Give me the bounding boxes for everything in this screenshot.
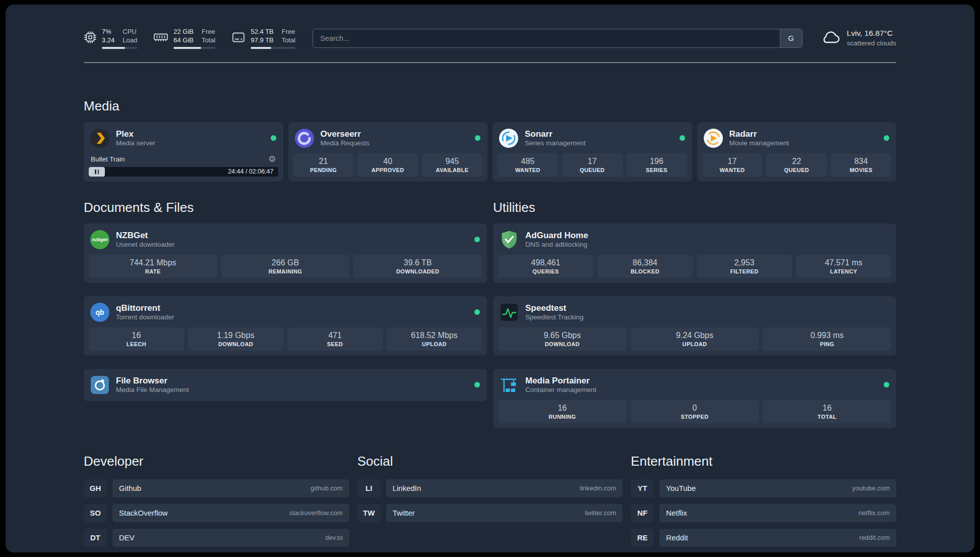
stat-box: 47.571 ms LATENCY	[796, 255, 891, 278]
service-card-filebrowser[interactable]: File Browser Media File Management	[84, 369, 487, 401]
bookmark-abbr: YT	[631, 479, 654, 497]
disk-total-label: Total	[282, 36, 295, 45]
bookmark-reddit[interactable]: RE Reddit reddit.com	[631, 529, 896, 547]
service-name: Plex	[116, 129, 155, 139]
cpu-label: CPU	[122, 28, 137, 36]
status-dot	[474, 382, 480, 387]
bookmark-name: Twitter	[393, 509, 415, 517]
service-card-nzbget[interactable]: nzbget NZBGet Usenet downloader 74	[84, 224, 487, 283]
stat-box: 17 QUEUED	[562, 153, 623, 177]
bookmark-youtube[interactable]: YT YouTube youtube.com	[631, 479, 896, 497]
svg-text:qb: qb	[95, 308, 104, 316]
cpu-progress-bar	[102, 47, 137, 49]
bookmark-name: LinkedIn	[393, 484, 421, 492]
now-playing-widget: Bullet Train ⚙ 24:44 / 02:06:47	[89, 155, 278, 177]
bookmark-name: Reddit	[666, 533, 688, 542]
search-provider-button[interactable]: G	[780, 29, 802, 47]
service-card-speedtest[interactable]: Speedtest Speedtest Tracking 9.65 Gbps D…	[493, 296, 896, 356]
weather-location: Lviv, 16.87°C	[847, 28, 896, 39]
gear-icon[interactable]: ⚙	[268, 155, 276, 163]
bookmark-abbr: LI	[357, 479, 381, 497]
stat-box: 744.21 Mbps RATE	[89, 255, 217, 278]
cloud-icon	[820, 29, 841, 47]
nzbget-icon: nzbget	[90, 230, 110, 250]
stat-box: 39.6 TB DOWNLOADED	[353, 255, 482, 278]
memory-free-label: Free	[202, 28, 215, 36]
adguard-icon	[499, 230, 519, 250]
disk-total-value: 97.9 TB	[251, 36, 273, 45]
bookmark-group-developer: Developer GH Github github.com SO StackO…	[84, 454, 349, 552]
search-input[interactable]	[313, 29, 779, 47]
overseerr-icon	[294, 128, 315, 148]
stat-box: 0 STOPPED	[631, 400, 759, 423]
memory-progress-bar	[173, 47, 215, 49]
service-card-adguard[interactable]: AdGuard Home DNS and adblocking 498,461 …	[493, 224, 896, 283]
section-title-utilities: Utilities	[493, 200, 896, 215]
service-card-overseerr[interactable]: Overseerr Media Requests 21 PENDING 40 A…	[288, 122, 488, 182]
stat-box: 945 AVAILABLE	[422, 153, 482, 177]
pause-button[interactable]	[89, 167, 105, 177]
bookmark-linkedin[interactable]: LI LinkedIn linkedin.com	[357, 479, 623, 497]
stat-box: 40 APPROVED	[357, 153, 418, 177]
bookmark-twitter[interactable]: TW Twitter twitter.com	[357, 504, 623, 522]
bookmark-domain: twitter.com	[585, 509, 616, 517]
stat-box: 834 MOVIES	[831, 153, 891, 177]
dashboard-window: 7% 3.24 CPU Load	[6, 5, 974, 552]
bookmark-stackoverflow[interactable]: SO StackOverflow stackoverflow.com	[84, 504, 349, 522]
bookmark-domain: github.com	[311, 484, 343, 492]
utilities-column: Utilities	[493, 182, 896, 428]
stat-box: 9.24 Gbps UPLOAD	[631, 327, 759, 351]
cpu-chip-icon	[84, 31, 97, 46]
service-subtitle: Movie management	[729, 139, 789, 148]
documents-column: Documents & Files nzbget	[84, 182, 487, 401]
memory-free-value: 22 GiB	[173, 28, 194, 36]
bookmark-domain: dev.to	[325, 534, 342, 541]
top-bar: 7% 3.24 CPU Load	[84, 28, 896, 49]
bookmark-group-title: Entertainment	[631, 454, 896, 469]
memory-ram-icon	[153, 31, 168, 46]
bookmark-dev[interactable]: DT DEV dev.to	[84, 529, 349, 547]
service-card-plex[interactable]: Plex Media server Bullet Train ⚙ 24:44 /…	[84, 122, 283, 182]
bookmark-abbr: DT	[84, 529, 107, 547]
service-card-sonarr[interactable]: Sonarr Series management 485 WANTED 17 Q…	[493, 122, 692, 182]
service-subtitle: Series management	[525, 139, 586, 148]
cpu-load-label: Load	[122, 36, 137, 45]
status-dot	[474, 309, 480, 315]
service-name: Sonarr	[525, 129, 586, 139]
stat-box: 485 WANTED	[498, 153, 558, 177]
memory-widget: 22 GiB 64 GiB Free Total	[153, 28, 215, 49]
stat-box: 266 GB REMAINING	[221, 255, 350, 278]
bookmark-netflix[interactable]: NF Netflix netflix.com	[631, 504, 896, 522]
stat-box: 2,953 FILTERED	[697, 255, 792, 278]
playback-time: 24:44 / 02:06:47	[228, 168, 278, 175]
memory-total-label: Total	[202, 36, 215, 45]
stat-box: 16 RUNNING	[498, 400, 627, 423]
service-subtitle: DNS and adblocking	[525, 241, 588, 249]
service-subtitle: Torrent downloader	[116, 313, 174, 322]
service-name: Overseerr	[321, 129, 370, 139]
service-name: AdGuard Home	[525, 230, 588, 241]
stat-box: 471 SEED	[287, 327, 383, 351]
bookmark-name: YouTube	[666, 484, 696, 492]
bookmark-domain: youtube.com	[852, 484, 890, 492]
filebrowser-icon	[90, 375, 110, 395]
service-card-portainer[interactable]: Media Portainer Container management 16 …	[493, 369, 896, 428]
bookmark-abbr: NF	[631, 504, 654, 522]
service-name: Speedtest	[525, 303, 584, 313]
service-subtitle: Media Requests	[321, 139, 370, 148]
service-card-qbittorrent[interactable]: qb qBittorrent Torrent downloader	[84, 296, 487, 356]
service-name: qBittorrent	[116, 303, 174, 313]
section-title-media: Media	[84, 98, 896, 114]
cpu-load-value: 3.24	[102, 36, 114, 45]
search-bar: G	[313, 29, 802, 48]
service-name: File Browser	[116, 375, 189, 386]
memory-total-value: 64 GiB	[173, 36, 194, 45]
status-dot	[475, 135, 480, 141]
bookmark-domain: stackoverflow.com	[289, 509, 342, 517]
portainer-icon	[499, 375, 519, 395]
service-card-radarr[interactable]: Radarr Movie management 17 WANTED 22 QUE…	[697, 122, 897, 182]
seek-bar[interactable]: 24:44 / 02:06:47	[89, 167, 278, 177]
status-dot	[680, 135, 685, 141]
bookmark-github[interactable]: GH Github github.com	[84, 479, 349, 497]
disk-free-label: Free	[282, 28, 295, 36]
